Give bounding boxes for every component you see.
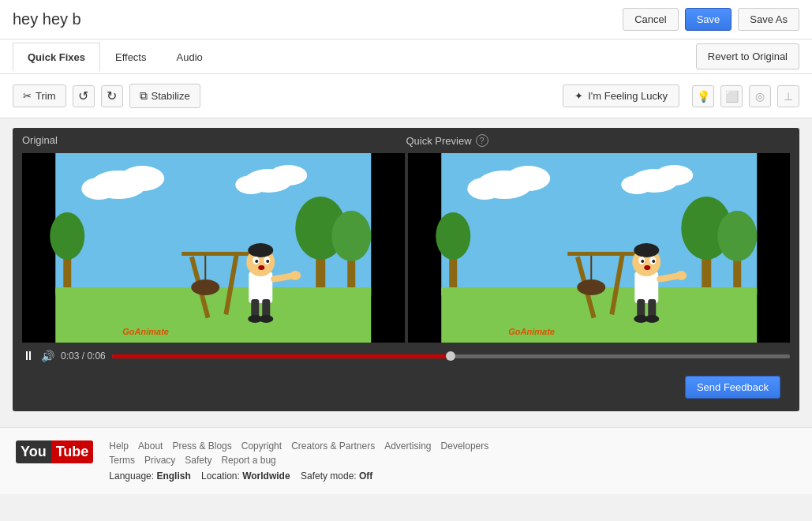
svg-point-47	[436, 212, 470, 260]
feedback-row: Send Feedback	[13, 369, 799, 411]
light-icon: 💡	[697, 90, 710, 103]
pause-icon: ⏸	[22, 349, 35, 363]
footer-language: Language: English Location: Worldwide Sa…	[109, 470, 488, 482]
header-buttons: Cancel Save Save As	[623, 8, 799, 31]
circle-button[interactable]: ◎	[749, 85, 771, 107]
scissors-icon: ✂	[23, 90, 32, 102]
svg-point-29	[266, 260, 269, 263]
svg-point-6	[269, 165, 307, 186]
video-area: Original Quick Preview ?	[13, 128, 799, 411]
footer-link-help[interactable]: Help	[109, 440, 129, 452]
svg-rect-35	[441, 287, 757, 343]
preview-video-frame: GoAnimate	[408, 153, 791, 343]
progress-fill	[112, 354, 451, 358]
temperature-icon: ⊥	[784, 90, 793, 103]
footer-link-copyright[interactable]: Copyright	[241, 440, 282, 452]
svg-point-23	[259, 315, 273, 323]
logo-tube: Tube	[51, 440, 94, 463]
toolbar: ✂ Trim ↺ ↻ ⧉ Stabilize ✦ I'm Feeling Luc…	[0, 74, 812, 118]
svg-point-66	[675, 271, 687, 280]
svg-point-7	[235, 175, 267, 194]
svg-point-30	[258, 265, 264, 270]
lucky-button[interactable]: ✦ I'm Feeling Lucky	[563, 84, 679, 107]
save-as-button[interactable]: Save As	[738, 8, 799, 31]
svg-point-3	[120, 166, 164, 191]
svg-text:GoAnimate: GoAnimate	[122, 327, 169, 336]
rotate-right-button[interactable]: ↻	[101, 85, 123, 107]
svg-point-32	[290, 271, 301, 280]
stabilize-button[interactable]: ⧉ Stabilize	[129, 84, 200, 108]
footer-link-advertising[interactable]: Advertising	[384, 440, 431, 452]
footer: You Tube Help About Press & Blogs Copyri…	[0, 427, 812, 494]
wand-icon: ✦	[574, 90, 583, 102]
revert-button[interactable]: Revert to Original	[696, 43, 799, 69]
crop-icon: ⬜	[725, 90, 739, 103]
svg-point-25	[248, 243, 273, 257]
progress-knob[interactable]	[446, 351, 455, 361]
preview-label: Quick Preview ?	[406, 134, 791, 147]
svg-point-62	[641, 260, 644, 263]
svg-point-57	[645, 315, 659, 323]
crop-button[interactable]: ⬜	[720, 85, 743, 107]
svg-point-64	[644, 265, 650, 270]
temperature-button[interactable]: ⊥	[777, 85, 799, 107]
svg-point-41	[621, 175, 653, 194]
svg-point-40	[655, 165, 693, 186]
rotate-left-button[interactable]: ↺	[73, 85, 95, 107]
tab-quick-fixes[interactable]: Quick Fixes	[13, 43, 100, 72]
stabilize-icon: ⧉	[140, 89, 148, 103]
footer-link-about[interactable]: About	[138, 440, 163, 452]
time-display: 0:03 / 0:06	[61, 350, 106, 362]
original-label: Original	[22, 134, 406, 147]
footer-links-row-1: Help About Press & Blogs Copyright Creat…	[109, 440, 488, 452]
feedback-button[interactable]: Send Feedback	[685, 376, 780, 399]
footer-link-report[interactable]: Report a bug	[221, 455, 275, 466]
help-icon[interactable]: ?	[476, 134, 488, 147]
original-cartoon: GoAnimate	[22, 153, 405, 343]
svg-rect-16	[181, 252, 253, 256]
tab-audio[interactable]: Audio	[162, 43, 218, 72]
footer-link-creators[interactable]: Creators & Partners	[291, 440, 375, 452]
preview-cartoon: GoAnimate	[408, 153, 791, 343]
circle-icon: ◎	[755, 90, 765, 103]
svg-point-51	[577, 279, 605, 295]
video-frames: GoAnimate	[13, 153, 799, 343]
footer-link-press[interactable]: Press & Blogs	[172, 440, 231, 452]
light-button[interactable]: 💡	[692, 85, 714, 107]
svg-point-38	[467, 178, 502, 200]
video-labels: Original Quick Preview ?	[13, 128, 799, 153]
footer-link-developers[interactable]: Developers	[441, 440, 489, 452]
svg-point-13	[50, 212, 84, 260]
footer-links-row-2: Terms Privacy Safety Report a bug	[109, 455, 488, 466]
svg-point-11	[331, 211, 371, 261]
svg-point-17	[191, 279, 219, 295]
svg-point-37	[506, 166, 550, 191]
save-button[interactable]: Save	[685, 8, 732, 31]
svg-point-28	[255, 260, 258, 263]
video-controls: ⏸ 🔊 0:03 / 0:06	[13, 343, 799, 369]
rotate-right-icon: ↻	[107, 88, 117, 103]
svg-rect-1	[55, 287, 371, 343]
cancel-button[interactable]: Cancel	[623, 8, 678, 31]
pause-button[interactable]: ⏸	[22, 349, 35, 363]
footer-links: Help About Press & Blogs Copyright Creat…	[109, 440, 488, 482]
header: hey hey b Cancel Save Save As	[0, 0, 812, 39]
footer-link-safety[interactable]: Safety	[185, 455, 211, 466]
svg-rect-50	[567, 252, 638, 256]
youtube-logo: You Tube	[16, 440, 93, 463]
svg-point-59	[634, 243, 659, 257]
svg-point-63	[652, 260, 655, 263]
tabs-container: Quick Fixes Effects Audio	[13, 42, 218, 71]
tabs-bar: Quick Fixes Effects Audio Revert to Orig…	[0, 39, 812, 74]
rotate-left-icon: ↺	[78, 88, 88, 103]
footer-link-privacy[interactable]: Privacy	[144, 455, 175, 466]
footer-link-terms[interactable]: Terms	[109, 455, 135, 466]
progress-bar[interactable]	[112, 354, 790, 358]
mute-button[interactable]: 🔊	[41, 350, 54, 362]
trim-button[interactable]: ✂ Trim	[13, 84, 66, 107]
svg-text:GoAnimate: GoAnimate	[508, 327, 555, 336]
tab-effects[interactable]: Effects	[100, 43, 162, 72]
svg-point-45	[717, 211, 757, 261]
volume-icon: 🔊	[41, 350, 54, 362]
page-title: hey hey b	[13, 10, 81, 28]
